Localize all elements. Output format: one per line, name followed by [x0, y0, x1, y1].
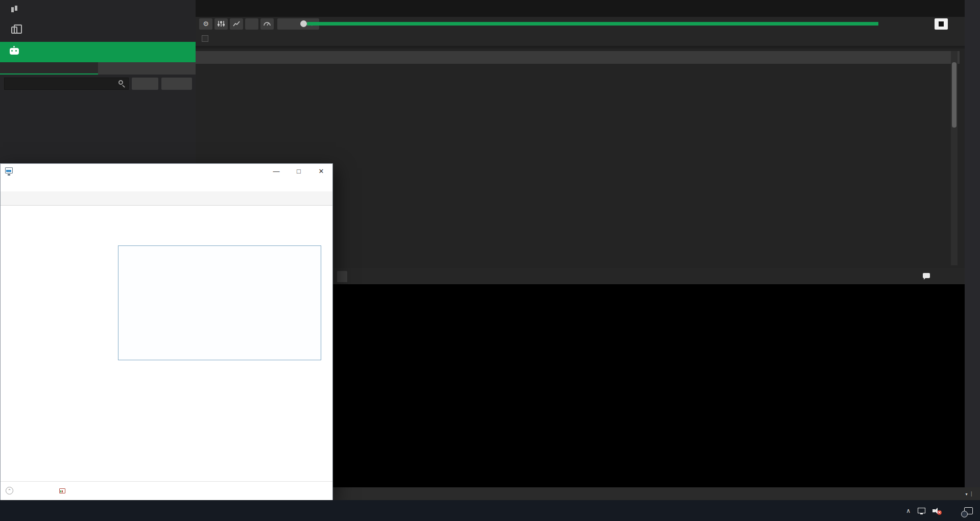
open-resource-monitor-link[interactable]	[59, 487, 68, 494]
tab-parameters[interactable]	[337, 271, 347, 282]
feedback-bubble-icon	[923, 273, 930, 278]
minimize-button[interactable]: —	[265, 164, 288, 179]
gauge-icon	[264, 20, 271, 27]
copy-icon	[0, 27, 29, 35]
maximize-button[interactable]: □	[288, 164, 310, 179]
system-tray: ∧ ✕	[906, 500, 980, 521]
tm-footer: ⌃	[1, 481, 332, 501]
chevron-up-icon: ⌃	[6, 487, 13, 494]
chart-mode-button[interactable]	[230, 18, 243, 30]
tm-menubar	[1, 179, 332, 191]
sidebar-item-copy[interactable]	[0, 20, 196, 41]
sidebar-tabs	[0, 62, 196, 75]
tm-titlebar[interactable]: — □ ✕	[1, 164, 332, 179]
optimization-toolbar: ⚙ ▾	[196, 17, 965, 31]
action-center-icon[interactable]	[964, 507, 973, 514]
task-manager-icon	[5, 167, 13, 173]
candlestick-icon	[0, 6, 29, 15]
stop-optimization-button[interactable]	[935, 18, 948, 30]
autoselect-checkbox[interactable]	[202, 35, 208, 42]
desktop: ⚙ ▾ ▾ |	[0, 0, 980, 521]
tab-cbots[interactable]	[0, 62, 98, 75]
line-chart-icon	[233, 20, 240, 27]
sidebar-item-automate[interactable]	[0, 42, 196, 62]
separator: |	[969, 490, 974, 497]
tm-tabs	[1, 191, 332, 206]
optimization-progress-bar[interactable]	[307, 22, 878, 26]
table-scrollbar[interactable]	[951, 51, 958, 265]
resource-monitor-icon	[59, 488, 65, 493]
gear-icon: ⚙	[203, 20, 209, 28]
close-button[interactable]: ✕	[310, 164, 332, 179]
optimization-status-row	[196, 31, 965, 46]
settings-button[interactable]: ⚙	[199, 18, 212, 30]
tm-cpu-graph[interactable]	[118, 245, 321, 360]
table-header	[196, 51, 960, 64]
network-icon[interactable]	[918, 508, 925, 513]
task-manager-window: — □ ✕ ⌃	[0, 163, 333, 500]
windows-taskbar: ∧ ✕	[0, 500, 980, 521]
equity-curve-chart[interactable]	[333, 284, 965, 487]
chart-tools-strip	[965, 0, 980, 487]
feedback-button[interactable]	[920, 272, 930, 278]
gauge-button[interactable]	[260, 18, 274, 30]
volume-muted-icon[interactable]: ✕	[933, 507, 941, 514]
sidebar-item-trade[interactable]	[0, 0, 196, 20]
robot-icon	[0, 48, 29, 56]
genetic-algorithm-button[interactable]	[245, 18, 258, 30]
workspace-tabs	[196, 0, 965, 17]
stop-all-button[interactable]	[161, 78, 192, 90]
sliders-icon	[218, 20, 225, 27]
progress-fill	[307, 22, 878, 26]
search-icon	[118, 80, 123, 85]
new-cbot-button[interactable]	[132, 78, 158, 90]
tray-chevron-icon[interactable]: ∧	[906, 507, 911, 514]
tab-indicators[interactable]	[98, 62, 196, 75]
scrollbar-thumb[interactable]	[952, 62, 957, 128]
cbot-search-input[interactable]	[4, 78, 129, 90]
progress-slider-handle[interactable]	[300, 20, 307, 27]
parameters-button[interactable]	[214, 18, 228, 30]
timezone-select[interactable]: ▾	[965, 490, 967, 497]
notification-badge	[961, 511, 968, 517]
